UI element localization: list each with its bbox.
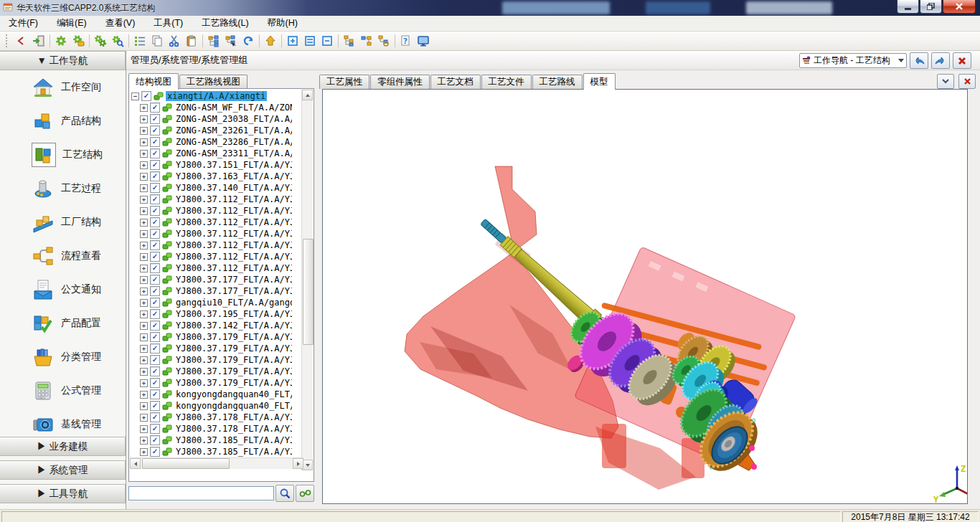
tab-model[interactable]: 模型 [583,73,616,90]
sort-list-icon[interactable] [131,33,149,49]
scrollbar-thumb[interactable] [303,239,314,345]
tree-item[interactable]: +✓YJ800.37.185_FLT/A.A/YJ8 [130,446,292,457]
tree-item[interactable]: +✓YJ800.37.179_FLT/A.A/YJ8 [130,366,292,377]
tree-item-checkbox[interactable]: ✓ [150,240,160,250]
tree-search-input[interactable] [128,486,274,500]
tree-item-checkbox[interactable]: ✓ [150,275,160,285]
tree-item[interactable]: +✓YJ800.37.142_FLT/A.A/YJ8 [130,320,292,331]
sidebar-item-flow-view[interactable]: 流程查看 [0,239,126,272]
expand-expander-icon[interactable]: + [140,184,148,192]
tree-search-icon[interactable] [375,33,392,49]
expand-expander-icon[interactable]: + [140,310,148,318]
tree-item[interactable]: +✓YJ800.37.185_FLT/A.A/YJ8 [130,435,292,446]
expand-expander-icon[interactable]: + [140,356,148,364]
expand-expander-icon[interactable]: + [140,276,148,284]
tree-item-checkbox[interactable]: ✓ [150,424,160,434]
collapse-all-icon[interactable] [319,33,336,49]
expand-expander-icon[interactable]: + [140,333,148,341]
tree-item-checkbox[interactable]: ✓ [150,389,160,399]
navigation-selector[interactable]: 工作导航 - 工艺结构 [799,53,907,68]
tree-item[interactable]: −✓xiangti/A.A/xiangti [130,90,292,102]
tree-view-button[interactable] [296,485,314,502]
tree-item[interactable]: +✓YJ800.37.112_FLT/A.A/YJ8 [130,251,292,262]
tree-item[interactable]: +✓kongyongdangquan40_FLT/A [130,389,292,400]
tree-item-checkbox[interactable]: ✓ [150,309,160,319]
expand-expander-icon[interactable]: + [140,288,148,295]
tree-select-icon[interactable] [222,33,240,49]
import-workspace-icon[interactable] [30,33,47,49]
expand-expander-icon[interactable]: + [140,219,148,227]
help-icon[interactable]: ? [397,33,415,49]
tree-item[interactable]: +✓gangqiu10_FLT/A.A/gangqi [130,297,292,308]
tree-item-checkbox[interactable]: ✓ [150,229,160,239]
sidebar-item-classify-manage[interactable]: 分类管理 [0,340,126,374]
tree-item[interactable]: +✓YJ800.37.179_FLT/A.A/YJ8 [130,343,292,354]
tree-item-checkbox[interactable]: ✓ [150,355,160,365]
tree-item-checkbox[interactable]: ✓ [150,148,160,158]
tree-item-checkbox[interactable]: ✓ [150,401,160,411]
model-viewport[interactable]: Z X Y [322,89,968,504]
tab-process-file[interactable]: 工艺文件 [481,75,532,89]
tree-item-checkbox[interactable]: ✓ [150,332,160,342]
tree-level-icon[interactable] [358,33,375,49]
expand-expander-icon[interactable]: + [140,368,148,376]
tree-item-checkbox[interactable]: ✓ [150,217,160,227]
tree-item-checkbox[interactable]: ✓ [150,321,160,331]
scroll-right-button[interactable] [293,458,303,469]
panel-collapse-button[interactable] [937,74,954,89]
expand-expander-icon[interactable]: + [140,265,148,272]
tree-item[interactable]: +✓YJ800.37.178_FLT/A.A/YJ8 [130,412,292,423]
nav-close-button[interactable] [953,52,971,69]
tree-item[interactable]: +✓kongyongdangquan40_FLT/A [130,400,292,412]
tree-item[interactable]: +✓YJ800.37.178_FLT/A.A/YJ8 [130,423,292,435]
expand-expander-icon[interactable]: + [140,379,148,387]
tree-item-checkbox[interactable]: ✓ [150,263,160,273]
tree-item[interactable]: +✓YJ800.37.177_FLT/A.A/YJ8 [130,285,292,297]
tree-item-checkbox[interactable]: ✓ [150,114,160,124]
expand-all-icon[interactable] [284,33,301,49]
tree-item[interactable]: +✓YJ800.37.179_FLT/A.A/YJ8 [130,377,292,389]
expand-expander-icon[interactable]: + [140,425,148,433]
tab-process-route-view[interactable]: 工艺路线视图 [179,75,248,89]
tree-add-icon[interactable] [341,33,358,49]
tree-item-checkbox[interactable]: ✓ [150,137,160,147]
expand-fit-icon[interactable] [301,33,319,49]
tree-item-checkbox[interactable]: ✓ [150,366,160,376]
paste-icon[interactable] [183,33,200,49]
tree-item-checkbox[interactable]: ✓ [150,378,160,388]
tree-search-button[interactable] [275,485,294,502]
tree-item[interactable]: +✓YJ800.37.179_FLT/A.A/YJ8 [130,331,292,343]
expand-expander-icon[interactable]: + [140,196,148,204]
tree-vertical-scrollbar[interactable] [301,90,313,470]
expand-expander-icon[interactable]: + [140,391,148,399]
tree-item-checkbox[interactable]: ✓ [150,125,160,136]
user-settings-icon[interactable] [70,33,87,49]
gears-icon[interactable] [92,33,109,49]
tree-item[interactable]: +✓YJ800.37.195_FLT/A.A/YJ8 [130,308,292,320]
tree-horizontal-scrollbar[interactable] [130,457,303,469]
sidebar-item-notice[interactable]: 公文通知 [0,272,126,306]
display-icon[interactable] [415,33,432,49]
back-icon[interactable] [13,33,30,49]
tree-item-checkbox[interactable]: ✓ [150,252,160,262]
sidebar-section-tool-navigation[interactable]: ▶ 工具导航 [0,484,126,503]
expand-expander-icon[interactable]: + [140,402,148,410]
sidebar-section-system-manage[interactable]: ▶ 系统管理 [0,460,126,480]
tree-item[interactable]: +✓YJ800.37.151_FLT/A.A/YJ8 [130,159,292,171]
collapse-expander-icon[interactable]: − [131,92,139,100]
minimize-button[interactable] [897,0,919,14]
tab-process-route[interactable]: 工艺路线 [532,75,583,89]
sidebar-item-factory-structure[interactable]: 工厂结构 [0,205,126,239]
expand-expander-icon[interactable]: + [140,322,148,330]
expand-expander-icon[interactable]: + [140,448,148,456]
expand-expander-icon[interactable]: + [140,253,148,261]
expand-expander-icon[interactable]: + [140,437,148,445]
tree-item[interactable]: +✓YJ800.37.112_FLT/A.A/YJ8 [130,194,292,205]
tree-item[interactable]: +✓YJ800.37.179_FLT/A.A/YJ8 [130,354,292,366]
menu-help[interactable]: 帮助(H) [268,17,298,29]
tree-item[interactable]: +✓YJ800.37.112_FLT/A.A/YJ8 [130,205,292,217]
tree-item-checkbox[interactable]: ✓ [150,447,160,457]
tab-component-attributes[interactable]: 零组件属性 [370,75,430,89]
expand-expander-icon[interactable]: + [140,414,148,422]
tree-item[interactable]: +✓YJ800.37.140_FLT/A.A/YJ8 [130,182,292,194]
